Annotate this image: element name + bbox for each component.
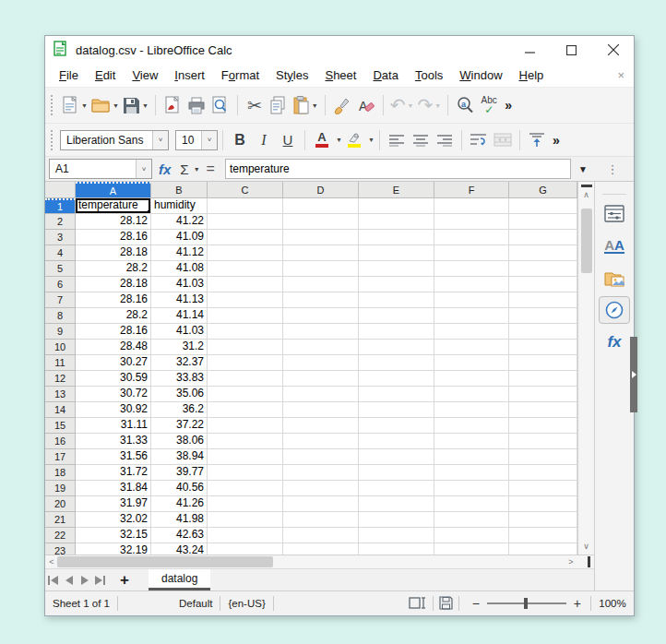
cell[interactable] xyxy=(208,449,283,465)
scroll-down-icon[interactable]: ∨ xyxy=(583,539,589,553)
clear-formatting-button[interactable]: A xyxy=(354,92,378,118)
cut-button[interactable]: ✂ xyxy=(243,92,267,118)
row-header-8[interactable]: 8 xyxy=(45,308,76,324)
cell[interactable] xyxy=(509,340,577,355)
cell[interactable] xyxy=(434,512,509,528)
cell[interactable] xyxy=(208,387,283,402)
cell[interactable] xyxy=(359,465,434,481)
cell[interactable] xyxy=(509,230,577,245)
find-replace-button[interactable]: a xyxy=(453,92,477,118)
cell[interactable]: 31.56 xyxy=(76,449,151,465)
cell[interactable] xyxy=(509,371,577,387)
align-left-button[interactable] xyxy=(385,127,409,153)
cell[interactable] xyxy=(208,292,283,308)
cell[interactable] xyxy=(509,277,577,292)
split-window-handle[interactable] xyxy=(588,556,590,567)
cell[interactable] xyxy=(208,418,283,434)
toolbar-overflow-button[interactable]: » xyxy=(553,133,560,148)
language-indicator[interactable]: {en-US} xyxy=(220,598,272,609)
cell[interactable] xyxy=(283,387,359,402)
cell[interactable]: 41.13 xyxy=(151,292,208,308)
cell[interactable] xyxy=(208,230,283,245)
row-header-15[interactable]: 15 xyxy=(45,418,76,434)
cell[interactable]: 41.03 xyxy=(151,277,208,292)
toolbar-overflow-button[interactable]: » xyxy=(505,98,512,113)
cell[interactable] xyxy=(208,245,283,261)
cell[interactable]: humidity xyxy=(151,198,208,214)
cell[interactable] xyxy=(359,277,434,292)
maximize-button[interactable] xyxy=(551,36,592,64)
cell[interactable] xyxy=(208,371,283,387)
cell[interactable] xyxy=(509,292,577,308)
close-button[interactable] xyxy=(592,36,634,64)
font-name-dropdown-icon[interactable]: ˅ xyxy=(152,131,168,149)
cell[interactable] xyxy=(208,402,283,418)
name-box-dropdown-icon[interactable]: ˅ xyxy=(136,160,151,178)
menu-window[interactable]: Window xyxy=(451,65,510,86)
sheet-tab-datalog[interactable]: datalog xyxy=(149,569,210,590)
row-header-5[interactable]: 5 xyxy=(45,261,76,277)
page-style-indicator[interactable]: Default xyxy=(172,598,220,609)
cell[interactable]: 31.11 xyxy=(76,418,151,434)
undo-button[interactable]: ↶▼ xyxy=(388,92,416,118)
cell[interactable] xyxy=(359,434,434,449)
vertical-scroll-thumb[interactable] xyxy=(581,209,592,273)
cell[interactable] xyxy=(509,528,577,543)
font-color-dropdown-arrow[interactable]: ▼ xyxy=(336,137,342,143)
cell[interactable]: 30.72 xyxy=(76,387,151,402)
formula-input[interactable]: temperature xyxy=(225,159,571,179)
cell[interactable] xyxy=(434,418,509,434)
cell[interactable] xyxy=(283,324,359,340)
cell[interactable] xyxy=(283,543,359,555)
menu-format[interactable]: Format xyxy=(213,65,268,86)
cell[interactable]: 42.63 xyxy=(151,528,208,543)
selection-mode-icon[interactable] xyxy=(403,597,433,611)
cell[interactable]: 30.27 xyxy=(76,355,151,371)
scroll-left-icon[interactable]: < xyxy=(45,555,58,568)
cell[interactable]: 37.22 xyxy=(151,418,208,434)
cell[interactable] xyxy=(208,496,283,512)
sidebar-navigator-icon[interactable] xyxy=(599,296,630,324)
cell[interactable] xyxy=(283,277,359,292)
zoom-out-button[interactable]: − xyxy=(472,596,480,611)
first-sheet-button[interactable] xyxy=(45,571,61,590)
export-pdf-button[interactable] xyxy=(161,92,184,118)
cell[interactable] xyxy=(509,402,577,418)
cell[interactable] xyxy=(208,543,283,555)
cell[interactable] xyxy=(434,528,509,543)
column-header-g[interactable]: G xyxy=(509,182,577,198)
cell[interactable] xyxy=(509,355,577,371)
cell[interactable]: 41.12 xyxy=(151,245,208,261)
row-header-20[interactable]: 20 xyxy=(45,496,76,512)
column-header-d[interactable]: D xyxy=(283,182,359,198)
next-sheet-button[interactable] xyxy=(77,571,92,590)
cell[interactable] xyxy=(283,292,359,308)
font-color-button[interactable]: A xyxy=(310,127,334,153)
cell[interactable] xyxy=(509,496,577,512)
spelling-button[interactable]: Abc ✓ xyxy=(477,92,501,118)
horizontal-scroll-thumb[interactable] xyxy=(57,556,273,567)
menu-file[interactable]: File xyxy=(51,65,87,86)
cell[interactable]: 41.09 xyxy=(151,230,208,245)
cell[interactable] xyxy=(359,512,434,528)
column-header-c[interactable]: C xyxy=(208,182,283,198)
cell[interactable] xyxy=(434,324,509,340)
minimize-button[interactable] xyxy=(509,36,551,64)
cell[interactable] xyxy=(434,402,509,418)
cell[interactable] xyxy=(434,340,509,355)
cell[interactable] xyxy=(359,481,434,496)
cell[interactable] xyxy=(434,308,509,324)
cell[interactable]: 28.16 xyxy=(76,292,151,308)
row-header-12[interactable]: 12 xyxy=(45,371,76,387)
row-header-23[interactable]: 23 xyxy=(45,543,76,555)
cell[interactable] xyxy=(434,481,509,496)
cell[interactable] xyxy=(283,434,359,449)
cell[interactable] xyxy=(434,198,509,214)
cell[interactable] xyxy=(283,465,359,481)
cell[interactable] xyxy=(283,496,359,512)
highlight-color-button[interactable] xyxy=(342,127,366,153)
cell[interactable] xyxy=(283,340,359,355)
cell[interactable] xyxy=(434,277,509,292)
print-preview-button[interactable] xyxy=(208,92,232,118)
toolbar-drag-grip[interactable] xyxy=(51,130,56,150)
